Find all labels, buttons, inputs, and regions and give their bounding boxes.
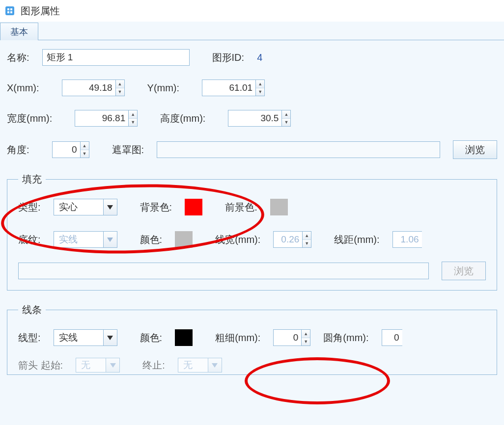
line-group-legend: 线条: [18, 303, 46, 317]
arrow-start-combo: 无: [76, 358, 120, 372]
line-type-value: 实线: [54, 330, 103, 345]
x-input[interactable]: [62, 80, 116, 96]
fill-group: 填充 类型: 实心 背景色: 前景色: 底纹: 实线 颜: [7, 173, 497, 291]
mask-label: 遮罩图:: [112, 143, 144, 157]
arrow-start-value: 无: [76, 358, 106, 372]
pattern-color-swatch: [175, 231, 193, 248]
line-type-dropdown-icon[interactable]: [103, 330, 117, 345]
arrow-end-combo: 无: [178, 358, 222, 372]
svg-rect-2: [10, 8, 12, 10]
titlebar: 图形属性: [0, 0, 504, 22]
y-up-icon[interactable]: ▲: [256, 80, 264, 88]
height-spinner[interactable]: ▲▼: [228, 110, 291, 127]
y-down-icon[interactable]: ▼: [256, 88, 264, 96]
tabbar: 基本: [0, 22, 504, 40]
angle-down-icon[interactable]: ▼: [81, 150, 89, 158]
arrow-end-label: 终止:: [142, 359, 165, 372]
x-label: X(mm):: [7, 82, 39, 94]
radius-input[interactable]: [382, 329, 402, 346]
fill-type-combo[interactable]: 实心: [54, 199, 117, 215]
width-input[interactable]: [75, 110, 129, 127]
shape-id-label: 图形ID:: [212, 51, 245, 64]
linewidth-up-icon: ▲: [303, 232, 311, 240]
fgcolor-swatch[interactable]: [270, 199, 288, 215]
linewidth-spinner: ▲▼: [273, 231, 311, 248]
width-down-icon[interactable]: ▼: [129, 119, 137, 127]
window-title: 图形属性: [21, 4, 60, 18]
line-width-label: 线宽(mm):: [215, 233, 260, 246]
width-up-icon[interactable]: ▲: [129, 110, 137, 119]
svg-rect-1: [7, 8, 9, 10]
tab-basic[interactable]: 基本: [0, 23, 38, 40]
line-spacing-label: 线距(mm):: [334, 233, 379, 246]
linewidth-input: [273, 231, 303, 248]
thickness-up-icon[interactable]: ▲: [302, 330, 310, 338]
y-input[interactable]: [202, 80, 256, 96]
line-color-swatch[interactable]: [175, 329, 193, 346]
thickness-input[interactable]: [273, 329, 302, 346]
pattern-combo: 实线: [54, 231, 117, 248]
arrow-start-label: 箭头 起始:: [18, 359, 63, 372]
mask-path-input: [157, 141, 440, 158]
height-input[interactable]: [228, 110, 282, 127]
line-group: 线条 线型: 实线 颜色: 粗细(mm): ▲▼ 圆角(mm):: [7, 303, 497, 375]
x-down-icon[interactable]: ▼: [116, 88, 124, 96]
app-icon: [4, 5, 16, 17]
arrow-end-dropdown-icon: [208, 358, 222, 372]
arrow-end-value: 无: [178, 358, 208, 372]
fill-type-value: 实心: [54, 199, 103, 215]
svg-rect-4: [10, 11, 12, 13]
radius-label: 圆角(mm):: [323, 331, 368, 345]
name-input[interactable]: [42, 49, 190, 66]
x-up-icon[interactable]: ▲: [116, 80, 124, 88]
y-spinner[interactable]: ▲▼: [202, 80, 265, 96]
height-label: 高度(mm):: [160, 112, 205, 125]
content: 名称: 图形ID: 4 X(mm): ▲▼ Y(mm): ▲▼ 宽度(mm): …: [0, 40, 504, 375]
thickness-spinner[interactable]: ▲▼: [273, 329, 310, 346]
x-spinner[interactable]: ▲▼: [62, 80, 125, 96]
height-down-icon[interactable]: ▼: [282, 119, 290, 127]
pattern-dropdown-icon: [103, 232, 117, 247]
fgcolor-label: 前景色:: [225, 201, 257, 214]
svg-rect-3: [7, 11, 9, 13]
angle-label: 角度:: [7, 143, 29, 157]
browse-fill-button: 浏览: [442, 262, 486, 280]
y-label: Y(mm):: [147, 82, 180, 94]
line-type-label: 线型:: [18, 331, 41, 345]
linespacing-input: [392, 231, 422, 248]
name-label: 名称:: [7, 51, 29, 64]
pattern-value: 实线: [54, 232, 103, 247]
angle-input[interactable]: [52, 141, 81, 158]
bgcolor-swatch[interactable]: [185, 199, 202, 215]
pattern-color-label: 颜色:: [140, 233, 163, 246]
angle-spinner[interactable]: ▲▼: [52, 141, 89, 158]
shape-id-value: 4: [257, 52, 262, 63]
line-color-label: 颜色:: [140, 331, 163, 345]
fill-path-input: [18, 263, 429, 279]
thickness-label: 粗细(mm):: [215, 331, 260, 345]
thickness-down-icon[interactable]: ▼: [302, 338, 310, 346]
fill-group-legend: 填充: [18, 173, 46, 186]
width-spinner[interactable]: ▲▼: [75, 110, 138, 127]
svg-rect-0: [5, 6, 14, 15]
pattern-label: 底纹:: [18, 233, 41, 246]
linewidth-down-icon: ▼: [303, 240, 311, 248]
browse-mask-button[interactable]: 浏览: [453, 140, 497, 159]
angle-up-icon[interactable]: ▲: [81, 142, 89, 150]
height-up-icon[interactable]: ▲: [282, 110, 290, 119]
bgcolor-label: 背景色:: [140, 201, 172, 214]
fill-type-label: 类型:: [18, 201, 41, 214]
width-label: 宽度(mm):: [7, 112, 52, 125]
arrow-start-dropdown-icon: [106, 358, 119, 372]
fill-type-dropdown-icon[interactable]: [103, 199, 117, 215]
line-type-combo[interactable]: 实线: [54, 329, 117, 346]
